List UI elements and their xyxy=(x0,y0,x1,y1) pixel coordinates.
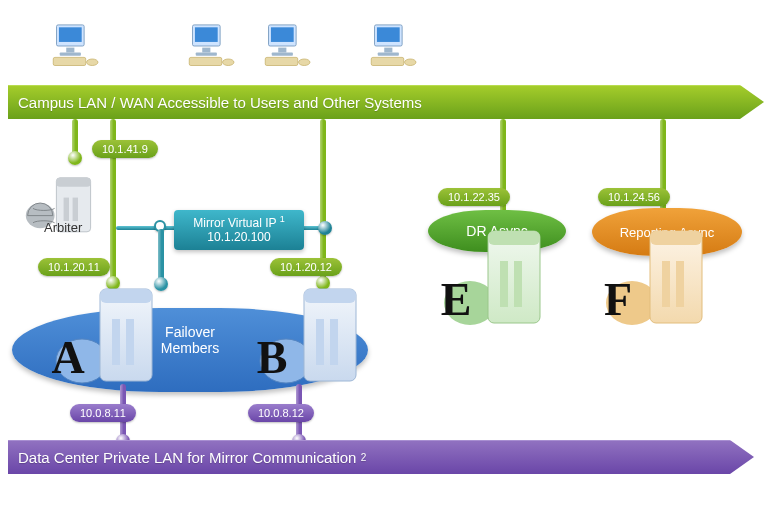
svg-rect-22 xyxy=(371,57,404,65)
workstation-icon xyxy=(262,20,314,72)
svg-rect-40 xyxy=(330,319,338,365)
svg-rect-48 xyxy=(650,231,702,245)
svg-rect-19 xyxy=(377,27,400,42)
svg-rect-10 xyxy=(189,57,222,65)
virtual-ip-title: Mirror Virtual IP xyxy=(193,216,276,230)
svg-rect-26 xyxy=(56,178,90,187)
svg-rect-3 xyxy=(60,53,81,56)
svg-rect-1 xyxy=(59,27,82,42)
workstation-icon xyxy=(50,20,102,72)
svg-rect-15 xyxy=(272,53,293,56)
svg-point-23 xyxy=(405,59,416,66)
private-lan-label: Data Center Private LAN for Mirror Commu… xyxy=(18,449,356,466)
svg-rect-13 xyxy=(271,27,294,42)
svg-rect-9 xyxy=(196,53,217,56)
arbiter-label: Arbiter xyxy=(44,220,82,235)
svg-rect-34 xyxy=(126,319,134,365)
server-a-letter: A xyxy=(36,325,100,389)
svg-rect-50 xyxy=(676,261,684,307)
ip-label-server-a: 10.1.20.11 xyxy=(38,258,110,276)
private-lan-bar: Data Center Private LAN for Mirror Commu… xyxy=(8,440,754,474)
svg-rect-39 xyxy=(316,319,324,365)
server-a-icon: A xyxy=(54,275,174,395)
ip-label-private-b: 10.0.8.12 xyxy=(248,404,314,422)
workstation-icon xyxy=(186,20,238,72)
connector-campus-to-arbiter xyxy=(72,119,78,159)
svg-rect-16 xyxy=(265,57,298,65)
server-b-icon: B xyxy=(258,275,378,395)
svg-rect-32 xyxy=(100,289,152,303)
svg-rect-2 xyxy=(66,48,74,53)
ip-label-dr-async: 10.1.22.35 xyxy=(438,188,510,206)
svg-rect-43 xyxy=(488,231,540,245)
svg-rect-44 xyxy=(500,261,508,307)
server-f-icon: F xyxy=(604,217,724,337)
svg-point-11 xyxy=(223,59,234,66)
svg-point-5 xyxy=(87,59,98,66)
workstation-icon xyxy=(368,20,420,72)
svg-rect-14 xyxy=(278,48,286,53)
ip-label-server-b: 10.1.20.12 xyxy=(270,258,342,276)
virtual-ip-sup: 1 xyxy=(280,214,285,224)
virtual-ip-value: 10.1.20.100 xyxy=(180,230,298,244)
virtual-ip-box: Mirror Virtual IP 1 10.1.20.100 xyxy=(174,210,304,250)
vip-endpoint-right-icon xyxy=(318,221,332,235)
server-b-letter: B xyxy=(240,325,304,389)
ip-label-reporting: 10.1.24.56 xyxy=(598,188,670,206)
svg-rect-38 xyxy=(304,289,356,303)
svg-rect-45 xyxy=(514,261,522,307)
ip-label-private-a: 10.0.8.11 xyxy=(70,404,136,422)
svg-rect-7 xyxy=(195,27,218,42)
svg-rect-49 xyxy=(662,261,670,307)
svg-point-17 xyxy=(299,59,310,66)
svg-rect-4 xyxy=(53,57,86,65)
svg-rect-20 xyxy=(384,48,392,53)
campus-lan-bar: Campus LAN / WAN Accessible to Users and… xyxy=(8,85,764,119)
server-e-letter: E xyxy=(424,267,488,331)
ip-label-arbiter: 10.1.41.9 xyxy=(92,140,158,158)
svg-rect-8 xyxy=(202,48,210,53)
server-f-letter: F xyxy=(586,267,650,331)
svg-rect-27 xyxy=(64,198,69,221)
campus-lan-label: Campus LAN / WAN Accessible to Users and… xyxy=(18,94,422,111)
svg-rect-28 xyxy=(73,198,78,221)
server-e-icon: E xyxy=(442,217,562,337)
vip-drop-left xyxy=(158,229,164,285)
svg-rect-21 xyxy=(378,53,399,56)
private-lan-sup: 2 xyxy=(361,452,367,463)
svg-rect-33 xyxy=(112,319,120,365)
